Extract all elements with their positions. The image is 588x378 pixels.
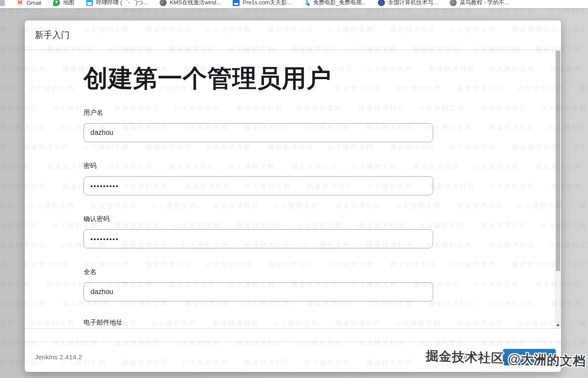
username-label: 用户名 (84, 108, 433, 117)
page-title: 创建第一个管理员用户 (84, 63, 561, 94)
map-pin-icon (53, 0, 60, 6)
continue-as-admin-link[interactable]: 使用admin账户继续 (438, 353, 496, 362)
scrollbar-down-button[interactable] (556, 324, 560, 327)
bookmark-label: 全国计算机技术与... (388, 0, 438, 7)
bookmark-label: Pre1s.com天天影... (243, 0, 291, 7)
bookmark-item-free-movies[interactable]: 2 免费电影_免费电视... (303, 0, 366, 7)
movie-2345-icon: 2 (303, 0, 310, 6)
password-input[interactable] (84, 176, 433, 195)
fullname-input[interactable] (84, 282, 433, 301)
bookmark-item-bilibili[interactable]: 哔哩哔哩 (゜-゜)つ... (86, 0, 148, 7)
bookmark-label: 免费电影_免费电视... (313, 0, 366, 7)
pre1s-icon (233, 0, 240, 6)
bookmark-item-runoob[interactable]: 菜鸟教程 - 学的不... (450, 0, 509, 7)
ruankao-icon (378, 0, 385, 6)
clipped-bookmark-icon (0, 0, 5, 6)
fullname-label: 全名 (84, 267, 433, 277)
bookmark-item-pre1s[interactable]: Pre1s.com天天影... (233, 0, 291, 7)
bookmark-label: Gmail (27, 0, 41, 6)
bookmark-label: 地图 (63, 0, 74, 7)
save-and-finish-button[interactable]: 保存并完成 (503, 349, 556, 365)
runoob-icon (450, 0, 457, 6)
modal-footer: Jenkins 2.414.2 使用admin账户继续 保存并完成 (25, 329, 561, 371)
bookmark-item-gmail[interactable]: M Gmail (17, 0, 41, 6)
field-group-username: 用户名 (84, 108, 433, 142)
username-input[interactable] (84, 123, 433, 142)
modal-title: 新手入门 (35, 29, 70, 41)
jenkins-version-label: Jenkins 2.414.2 (35, 353, 82, 361)
setup-wizard-modal: 新手入门 创建第一个管理员用户 用户名 密码 确认密码 全名 电子邮件地址 (25, 20, 561, 372)
confirm-password-label: 确认密码 (84, 214, 433, 224)
kms-icon (160, 0, 167, 6)
password-label: 密码 (84, 161, 433, 171)
field-group-email: 电子邮件地址 (84, 318, 433, 327)
email-label: 电子邮件地址 (84, 318, 433, 327)
bookmark-item-kms[interactable]: KMS在线激活wind... (160, 0, 221, 7)
bookmarks-row: M Gmail 地图 哔哩哔哩 (゜-゜)つ... KMS在线激活wind...… (0, 0, 588, 8)
modal-body: 创建第一个管理员用户 用户名 密码 确认密码 全名 电子邮件地址 (25, 50, 561, 329)
footer-divider (25, 341, 561, 342)
bookmark-label: KMS在线激活wind... (170, 0, 221, 7)
scrollbar[interactable] (555, 50, 561, 329)
bookmark-item-maps[interactable]: 地图 (53, 0, 74, 7)
gmail-icon: M (17, 0, 23, 6)
scrollbar-thumb[interactable] (556, 51, 560, 271)
bookmark-label: 菜鸟教程 - 学的不... (460, 0, 509, 7)
bilibili-icon (86, 0, 93, 6)
bookmark-label: 哔哩哔哩 (゜-゜)つ... (96, 0, 148, 7)
field-group-fullname: 全名 (84, 267, 433, 301)
browser-bookmarks-bar: M Gmail 地图 哔哩哔哩 (゜-゜)つ... KMS在线激活wind...… (0, 0, 588, 8)
field-group-confirm-password: 确认密码 (84, 214, 433, 248)
bookmark-item-ruankao[interactable]: 全国计算机技术与... (378, 0, 438, 7)
field-group-password: 密码 (84, 161, 433, 195)
footer-row: Jenkins 2.414.2 使用admin账户继续 保存并完成 (25, 349, 561, 365)
confirm-password-input[interactable] (84, 229, 433, 248)
modal-header: 新手入门 (25, 20, 561, 50)
